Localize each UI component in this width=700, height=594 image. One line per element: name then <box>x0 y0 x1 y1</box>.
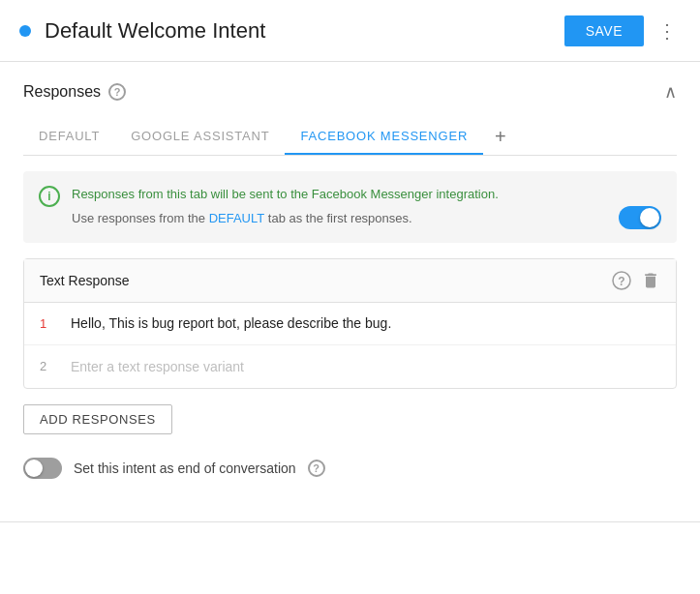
tab-add-icon[interactable]: + <box>483 118 518 156</box>
info-icon: i <box>39 186 60 207</box>
toggle-track <box>619 206 661 229</box>
eoc-help-icon[interactable]: ? <box>308 460 325 477</box>
card-help-icon[interactable]: ? <box>612 271 631 290</box>
info-line2-suffix: tab as the first responses. <box>264 211 411 225</box>
info-line1: Responses from this tab will be sent to … <box>72 185 607 205</box>
eoc-toggle[interactable] <box>23 458 62 479</box>
response-row: 2 Enter a text response variant <box>24 345 676 388</box>
bottom-divider <box>0 521 700 522</box>
responses-title-row: Responses ? <box>23 83 126 101</box>
responses-title: Responses <box>23 83 101 101</box>
eoc-toggle-thumb <box>25 460 43 477</box>
responses-help-icon[interactable]: ? <box>108 83 126 101</box>
header: Default Welcome Intent SAVE ⋮ <box>0 0 700 62</box>
tab-facebook-messenger[interactable]: FACEBOOK MESSENGER <box>285 119 483 155</box>
tabs-container: DEFAULT GOOGLE ASSISTANT FACEBOOK MESSEN… <box>23 118 677 156</box>
info-text: Responses from this tab will be sent to … <box>72 185 607 229</box>
text-response-card: Text Response ? 1 Hello, This is bug rep <box>23 258 677 389</box>
response-card-title: Text Response <box>40 273 130 288</box>
toggle-switch-on[interactable] <box>619 206 661 229</box>
eoc-label: Set this intent as end of conversation <box>74 460 296 476</box>
save-button[interactable]: SAVE <box>564 15 644 46</box>
more-options-icon[interactable]: ⋮ <box>654 15 681 46</box>
responses-header: Responses ? ∧ <box>23 81 677 103</box>
response-row: 1 Hello, This is bug report bot, please … <box>24 303 676 345</box>
response-card-header: Text Response ? <box>24 259 676 303</box>
eoc-row: Set this intent as end of conversation ? <box>23 458 677 479</box>
page-title: Default Welcome Intent <box>45 18 564 44</box>
collapse-icon[interactable]: ∧ <box>664 81 677 103</box>
info-banner: i Responses from this tab will be sent t… <box>23 171 677 243</box>
row-text-1[interactable]: Hello, This is bug report bot, please de… <box>71 315 660 331</box>
info-line2-highlight: DEFAULT <box>209 211 265 225</box>
info-line2-prefix: Use responses from the <box>72 211 209 225</box>
row-number-1: 1 <box>40 316 59 331</box>
toggle-thumb <box>640 208 659 227</box>
tab-default[interactable]: DEFAULT <box>23 119 115 155</box>
row-placeholder-2[interactable]: Enter a text response variant <box>71 359 660 374</box>
card-delete-icon[interactable] <box>641 271 660 290</box>
card-actions: ? <box>612 271 660 290</box>
use-default-toggle[interactable] <box>619 206 661 229</box>
row-number-2: 2 <box>40 359 59 373</box>
add-responses-button[interactable]: ADD RESPONSES <box>23 404 172 434</box>
status-dot <box>19 25 31 37</box>
tab-google-assistant[interactable]: GOOGLE ASSISTANT <box>115 119 285 155</box>
info-line2: Use responses from the DEFAULT tab as th… <box>72 209 607 229</box>
main-content: Responses ? ∧ DEFAULT GOOGLE ASSISTANT F… <box>0 62 700 498</box>
eoc-toggle-track <box>23 458 62 479</box>
svg-text:?: ? <box>618 274 624 287</box>
